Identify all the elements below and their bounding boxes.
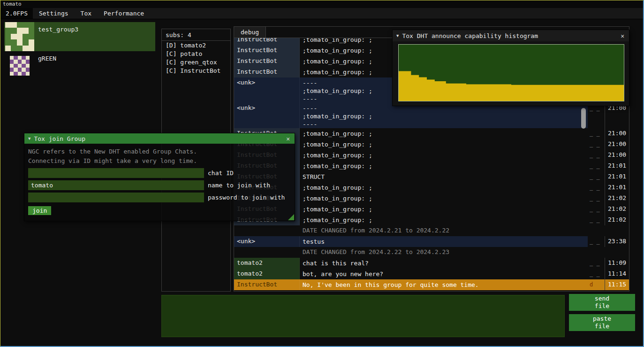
group-item-gREEN[interactable]: gREEN <box>4 54 155 78</box>
message-author: <unk> <box>234 77 300 103</box>
message-text: ;tomato_in_group: ; <box>300 150 588 161</box>
message-text: ;tomato_in_group: ; <box>300 161 588 171</box>
group-name: test_group3 <box>38 26 78 33</box>
menu-item-settings[interactable]: Settings <box>33 8 75 19</box>
message-text: No, I've been in this group for quite so… <box>300 279 588 290</box>
join-info-line: NGC refers to the New DHT enabled Group … <box>28 147 291 156</box>
message-status: _ _ <box>588 103 605 128</box>
date-separator: DATE CHANGED from 2024.2.21 to 2024.2.22 <box>234 225 629 236</box>
close-icon[interactable]: ✕ <box>620 32 625 39</box>
field-row: chat ID <box>28 168 291 178</box>
message-time: 21:02 <box>605 215 629 225</box>
join-name-input[interactable] <box>28 180 204 190</box>
join-button[interactable]: join <box>28 206 51 215</box>
member-item-InstructBot[interactable]: [C] InstructBot <box>162 66 230 75</box>
chat-message-row[interactable]: <unk>testus_ _23:38 <box>234 236 629 247</box>
group-item-test_group3[interactable]: test_group3 <box>4 22 155 51</box>
field-row: name to join with <box>28 180 291 190</box>
message-author: InstructBot <box>234 56 300 67</box>
message-status: _ _ <box>588 236 605 247</box>
message-author: InstructBot <box>234 279 300 290</box>
message-time: 21:02 <box>605 193 629 204</box>
message-time: 21:00 <box>605 103 629 128</box>
message-time: 21:00 <box>605 128 629 139</box>
join-group-body: NGC refers to the New DHT enabled Group … <box>24 144 295 218</box>
message-time: 21:02 <box>605 204 629 215</box>
window-title: tomato <box>3 1 22 7</box>
message-text: ;tomato_in_group: ; <box>300 204 588 215</box>
chat-message-row[interactable]: InstructBotNo, I've been in this group f… <box>234 279 629 290</box>
message-status: _ _ <box>588 215 605 225</box>
group-avatar <box>5 22 34 51</box>
message-status: _ _ <box>588 150 605 161</box>
message-text: chat is this real? <box>300 258 588 269</box>
message-time: 21:01 <box>605 161 629 171</box>
message-time: 11:14 <box>605 269 629 279</box>
message-text: ;tomato_in_group: ; <box>300 193 588 204</box>
message-text: ;tomato_in_group: ; <box>300 128 588 139</box>
message-time: 21:01 <box>605 171 629 182</box>
join-group-titlebar[interactable]: ▼ Tox join Group ✕ <box>24 133 295 144</box>
message-time: 11:09 <box>605 258 629 269</box>
message-author: InstructBot <box>234 45 300 56</box>
message-status: _ _ <box>588 182 605 193</box>
message-author: tomato2 <box>234 269 300 279</box>
chat-message-row[interactable]: tomato2chat is this real?_ _11:09 <box>234 258 629 269</box>
dht-histogram-window: ▼ Tox DHT announce capability histogram … <box>392 30 629 106</box>
member-item-tomato2[interactable]: [D] tomato2 <box>162 41 230 49</box>
member-item-green_qtox[interactable]: [C] green_qtox <box>162 58 230 66</box>
join-password-input[interactable] <box>28 193 204 202</box>
group-avatar <box>10 56 30 76</box>
chat-message-row[interactable]: tomato2bot, are you new here?_ _11:14 <box>234 269 629 279</box>
message-text: STRUCT <box>300 171 588 182</box>
menubar: 2.0FPS Settings Tox Performance <box>0 8 643 19</box>
join-group-title: Tox join Group <box>34 135 282 142</box>
message-status: _ _ <box>588 128 605 139</box>
message-status: _ _ <box>588 269 605 279</box>
message-time: 11:15 <box>605 279 629 290</box>
message-text: ;tomato_in_group: ; <box>300 182 588 193</box>
send-file-button[interactable]: send file <box>569 294 635 311</box>
histogram-svg <box>399 45 624 101</box>
paste-file-button[interactable]: paste file <box>569 314 635 331</box>
message-text: ----;tomato_in_group: ;---- <box>300 103 588 128</box>
chat-id-input[interactable] <box>28 168 204 178</box>
message-text: ;tomato_in_group: ; <box>300 139 588 150</box>
message-status: _ _ <box>588 193 605 204</box>
message-time: 21:01 <box>605 182 629 193</box>
message-time: 21:00 <box>605 139 629 150</box>
message-author: <unk> <box>234 236 300 247</box>
chat-scrollbar[interactable] <box>581 108 586 129</box>
member-list: [D] tomato2[C] potato[C] green_qtox[C] I… <box>162 41 230 75</box>
menu-item-tox[interactable]: Tox <box>75 8 98 19</box>
message-text: ;tomato_in_group: ; <box>300 215 588 225</box>
tab-debug[interactable]: debug <box>234 27 266 38</box>
message-status: _ _ <box>588 204 605 215</box>
collapse-icon[interactable]: ▼ <box>28 136 30 141</box>
date-separator: DATE CHANGED from 2024.2.22 to 2024.2.23 <box>234 247 629 258</box>
join-name-label: name to join with <box>208 182 270 189</box>
dht-histogram-title: Tox DHT announce capability histogram <box>402 32 616 39</box>
member-item-potato[interactable]: [C] potato <box>162 49 230 58</box>
chat-message-row[interactable]: <unk>----;tomato_in_group: ;----_ _21:00 <box>234 103 629 128</box>
app-window: tomato 2.0FPS Settings Tox Performance t… <box>0 0 644 347</box>
message-status: d <box>588 279 605 290</box>
message-text: bot, are you new here? <box>300 269 588 279</box>
message-status: _ _ <box>588 258 605 269</box>
titlebar: tomato <box>0 0 643 8</box>
message-status: _ _ <box>588 161 605 171</box>
join-password-label: password to join with <box>208 194 285 201</box>
close-icon[interactable]: ✕ <box>285 135 291 142</box>
message-input[interactable] <box>161 295 565 337</box>
message-author: tomato2 <box>234 258 300 269</box>
join-group-window: ▼ Tox join Group ✕ NGC refers to the New… <box>24 133 295 221</box>
message-time: 23:38 <box>605 236 629 247</box>
message-status: _ _ <box>588 139 605 150</box>
menu-item-performance[interactable]: Performance <box>98 8 150 19</box>
resize-grip[interactable] <box>288 214 294 220</box>
dht-histogram-titlebar[interactable]: ▼ Tox DHT announce capability histogram … <box>393 30 629 41</box>
join-info-line: Connecting via ID might take a very long… <box>28 156 291 166</box>
message-author: InstructBot <box>234 67 300 77</box>
collapse-icon[interactable]: ▼ <box>396 33 399 38</box>
fps-counter: 2.0FPS <box>0 8 33 19</box>
